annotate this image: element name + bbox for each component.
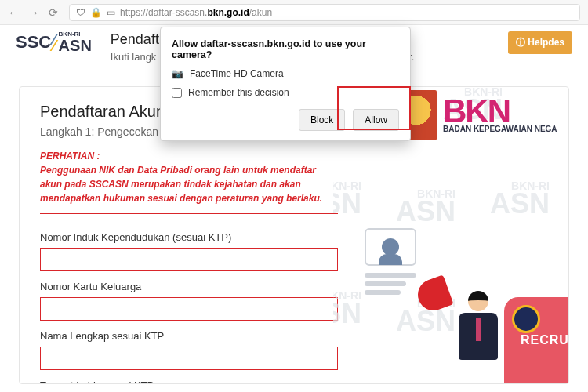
helpdesk-button[interactable]: ⓘ Helpdes [508, 31, 572, 54]
permission-device: FaceTime HD Camera [190, 68, 284, 79]
url-text: https://daftar-sscasn.bkn.go.id/akun [120, 7, 272, 18]
permission-device-row: 📷 FaceTime HD Camera [172, 68, 399, 79]
reload-icon[interactable]: ⟳ [49, 6, 58, 19]
camera-icon: 📷 [172, 68, 183, 79]
warning-divider [40, 213, 338, 214]
nik-input[interactable] [40, 248, 338, 271]
watermark: BKN-RIASN [333, 181, 361, 216]
person-icon [382, 238, 399, 256]
allow-button[interactable]: Allow [353, 109, 399, 131]
bkn-brand: BKN BADAN KEPEGAWAIAN NEGA [396, 90, 568, 140]
browser-chrome: ← → ⟳ 🛡 🔒 ▭ https://daftar-sscasn.bkn.go… [0, 0, 588, 25]
info-icon: ⓘ [516, 37, 528, 48]
logo-ssc-text: SSC [16, 32, 51, 53]
remember-checkbox[interactable] [172, 88, 182, 98]
logo-slashes-icon: ∕∕ [53, 31, 55, 53]
permission-title: Allow daftar-sscasn.bkn.go.id to use you… [172, 38, 399, 60]
back-icon[interactable]: ← [8, 6, 19, 19]
address-bar[interactable]: 🛡 🔒 ▭ https://daftar-sscasn.bkn.go.id/ak… [69, 4, 580, 21]
camera-permission-dialog: Allow daftar-sscasn.bkn.go.id to use you… [160, 27, 411, 141]
shield-icon[interactable]: 🛡 [76, 7, 85, 18]
warning-body: Penggunaan NIK dan Data Pribadi orang la… [40, 163, 330, 205]
sscasn-logo[interactable]: SSC ∕∕ BKN-RI ASN [16, 31, 92, 53]
watermark: BKN-RIASN [396, 189, 456, 224]
warning-block: PERHATIAN : Penggunaan NIK dan Data Prib… [40, 149, 330, 205]
lock-icon[interactable]: 🔒 [90, 7, 102, 18]
seal-badge-icon [512, 305, 540, 333]
permission-remember-row[interactable]: Remember this decision [172, 87, 399, 98]
address-icons: 🛡 🔒 ▭ [76, 7, 115, 18]
kk-input[interactable] [40, 297, 338, 321]
watermark: BKN-RIASN [333, 291, 361, 326]
watermark: BKN-RIASN [490, 181, 550, 216]
id-card-lines [365, 269, 416, 295]
nav-buttons: ← → ⟳ [8, 6, 58, 19]
logo-asn-text: ASN [59, 38, 92, 53]
remember-label: Remember this decision [188, 87, 289, 98]
bkn-sub-text: BADAN KEPEGAWAIAN NEGA [443, 125, 557, 133]
window-icon[interactable]: ▭ [107, 7, 115, 18]
bkn-big-text: BKN [443, 97, 557, 125]
id-card-icon [365, 228, 416, 266]
businessman-icon [451, 291, 506, 377]
permission-actions: Block Allow [172, 109, 399, 131]
forward-icon[interactable]: → [28, 6, 39, 19]
block-button[interactable]: Block [299, 109, 345, 131]
nama-input[interactable] [40, 347, 338, 370]
warning-header: PERHATIAN : [40, 149, 330, 163]
